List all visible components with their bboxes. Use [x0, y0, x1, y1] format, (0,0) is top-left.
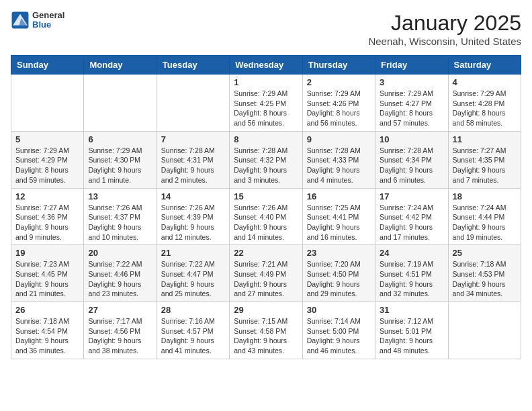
- day-number: 17: [380, 191, 443, 201]
- day-info: Sunrise: 7:22 AM Sunset: 4:47 PM Dayligh…: [161, 259, 225, 299]
- day-number: 12: [15, 191, 79, 201]
- calendar-cell: 31Sunrise: 7:12 AM Sunset: 5:01 PM Dayli…: [375, 302, 448, 359]
- location-text: Neenah, Wisconsin, United States: [368, 36, 521, 47]
- day-info: Sunrise: 7:20 AM Sunset: 4:50 PM Dayligh…: [307, 259, 371, 299]
- day-info: Sunrise: 7:18 AM Sunset: 4:53 PM Dayligh…: [453, 259, 517, 299]
- day-header-tuesday: Tuesday: [157, 56, 229, 75]
- calendar-cell: [84, 75, 157, 132]
- day-info: Sunrise: 7:26 AM Sunset: 4:37 PM Dayligh…: [88, 203, 152, 242]
- month-title: January 2025: [368, 11, 521, 36]
- day-header-friday: Friday: [375, 56, 448, 75]
- calendar-cell: [11, 75, 84, 132]
- calendar-cell: 19Sunrise: 7:23 AM Sunset: 4:45 PM Dayli…: [11, 245, 84, 302]
- calendar-cell: 13Sunrise: 7:26 AM Sunset: 4:37 PM Dayli…: [84, 188, 157, 245]
- day-info: Sunrise: 7:14 AM Sunset: 5:00 PM Dayligh…: [307, 316, 371, 356]
- day-info: Sunrise: 7:21 AM Sunset: 4:49 PM Dayligh…: [234, 259, 298, 299]
- calendar-cell: 17Sunrise: 7:24 AM Sunset: 4:42 PM Dayli…: [375, 188, 448, 245]
- day-info: Sunrise: 7:24 AM Sunset: 4:44 PM Dayligh…: [453, 203, 517, 242]
- calendar-week-row: 1Sunrise: 7:29 AM Sunset: 4:25 PM Daylig…: [11, 75, 521, 132]
- day-number: 27: [88, 305, 152, 315]
- day-number: 28: [161, 305, 225, 315]
- calendar-cell: 4Sunrise: 7:29 AM Sunset: 4:28 PM Daylig…: [448, 75, 521, 132]
- day-info: Sunrise: 7:26 AM Sunset: 4:39 PM Dayligh…: [161, 203, 225, 242]
- day-number: 6: [88, 134, 152, 144]
- calendar-cell: 10Sunrise: 7:28 AM Sunset: 4:34 PM Dayli…: [375, 131, 448, 188]
- day-header-saturday: Saturday: [448, 56, 521, 75]
- calendar-cell: 29Sunrise: 7:15 AM Sunset: 4:58 PM Dayli…: [230, 302, 302, 359]
- calendar-cell: [157, 75, 229, 132]
- logo-blue-text: Blue: [32, 20, 64, 30]
- day-header-monday: Monday: [84, 56, 157, 75]
- day-info: Sunrise: 7:23 AM Sunset: 4:45 PM Dayligh…: [15, 259, 79, 299]
- day-info: Sunrise: 7:15 AM Sunset: 4:58 PM Dayligh…: [234, 316, 298, 356]
- day-header-sunday: Sunday: [11, 56, 84, 75]
- day-number: 30: [307, 305, 371, 315]
- calendar-cell: 25Sunrise: 7:18 AM Sunset: 4:53 PM Dayli…: [448, 245, 521, 302]
- day-info: Sunrise: 7:24 AM Sunset: 4:42 PM Dayligh…: [380, 203, 443, 242]
- logo-text: General Blue: [32, 11, 64, 30]
- day-info: Sunrise: 7:29 AM Sunset: 4:30 PM Dayligh…: [88, 146, 152, 185]
- day-header-thursday: Thursday: [302, 56, 375, 75]
- day-info: Sunrise: 7:26 AM Sunset: 4:40 PM Dayligh…: [234, 203, 298, 242]
- calendar-cell: 7Sunrise: 7:28 AM Sunset: 4:31 PM Daylig…: [157, 131, 229, 188]
- calendar-cell: 15Sunrise: 7:26 AM Sunset: 4:40 PM Dayli…: [230, 188, 302, 245]
- day-info: Sunrise: 7:19 AM Sunset: 4:51 PM Dayligh…: [380, 259, 443, 299]
- day-number: 4: [453, 77, 517, 87]
- day-number: 10: [380, 134, 443, 144]
- calendar-cell: 11Sunrise: 7:27 AM Sunset: 4:35 PM Dayli…: [448, 131, 521, 188]
- day-info: Sunrise: 7:28 AM Sunset: 4:34 PM Dayligh…: [380, 146, 443, 185]
- calendar-week-row: 26Sunrise: 7:18 AM Sunset: 4:54 PM Dayli…: [11, 302, 521, 359]
- day-number: 13: [88, 191, 152, 201]
- day-info: Sunrise: 7:29 AM Sunset: 4:27 PM Dayligh…: [380, 89, 443, 128]
- day-info: Sunrise: 7:28 AM Sunset: 4:32 PM Dayligh…: [234, 146, 298, 185]
- day-number: 23: [307, 248, 371, 258]
- day-number: 1: [234, 77, 298, 87]
- day-info: Sunrise: 7:16 AM Sunset: 4:57 PM Dayligh…: [161, 316, 225, 356]
- day-number: 14: [161, 191, 225, 201]
- calendar-week-row: 5Sunrise: 7:29 AM Sunset: 4:29 PM Daylig…: [11, 131, 521, 188]
- calendar-cell: 14Sunrise: 7:26 AM Sunset: 4:39 PM Dayli…: [157, 188, 229, 245]
- day-info: Sunrise: 7:29 AM Sunset: 4:28 PM Dayligh…: [453, 89, 517, 128]
- day-info: Sunrise: 7:27 AM Sunset: 4:35 PM Dayligh…: [453, 146, 517, 185]
- day-info: Sunrise: 7:29 AM Sunset: 4:29 PM Dayligh…: [15, 146, 79, 185]
- day-number: 19: [15, 248, 79, 258]
- calendar-cell: [448, 302, 521, 359]
- day-number: 8: [234, 134, 298, 144]
- day-number: 22: [234, 248, 298, 258]
- calendar-cell: 2Sunrise: 7:29 AM Sunset: 4:26 PM Daylig…: [302, 75, 375, 132]
- day-info: Sunrise: 7:29 AM Sunset: 4:26 PM Dayligh…: [307, 89, 371, 128]
- day-number: 21: [161, 248, 225, 258]
- calendar-cell: 8Sunrise: 7:28 AM Sunset: 4:32 PM Daylig…: [230, 131, 302, 188]
- calendar-week-row: 19Sunrise: 7:23 AM Sunset: 4:45 PM Dayli…: [11, 245, 521, 302]
- day-number: 9: [307, 134, 371, 144]
- day-info: Sunrise: 7:29 AM Sunset: 4:25 PM Dayligh…: [234, 89, 298, 128]
- calendar-cell: 21Sunrise: 7:22 AM Sunset: 4:47 PM Dayli…: [157, 245, 229, 302]
- page-header: General Blue January 2025 Neenah, Wiscon…: [11, 11, 521, 47]
- logo-general-text: General: [32, 11, 64, 20]
- calendar-cell: 27Sunrise: 7:17 AM Sunset: 4:56 PM Dayli…: [84, 302, 157, 359]
- day-number: 5: [15, 134, 79, 144]
- day-info: Sunrise: 7:25 AM Sunset: 4:41 PM Dayligh…: [307, 203, 371, 242]
- calendar-cell: 23Sunrise: 7:20 AM Sunset: 4:50 PM Dayli…: [302, 245, 375, 302]
- calendar-cell: 1Sunrise: 7:29 AM Sunset: 4:25 PM Daylig…: [230, 75, 302, 132]
- logo: General Blue: [11, 11, 64, 30]
- day-number: 26: [15, 305, 79, 315]
- calendar-cell: 18Sunrise: 7:24 AM Sunset: 4:44 PM Dayli…: [448, 188, 521, 245]
- day-number: 3: [380, 77, 443, 87]
- day-number: 20: [88, 248, 152, 258]
- day-info: Sunrise: 7:18 AM Sunset: 4:54 PM Dayligh…: [15, 316, 79, 356]
- calendar-cell: 30Sunrise: 7:14 AM Sunset: 5:00 PM Dayli…: [302, 302, 375, 359]
- calendar-cell: 6Sunrise: 7:29 AM Sunset: 4:30 PM Daylig…: [84, 131, 157, 188]
- calendar-week-row: 12Sunrise: 7:27 AM Sunset: 4:36 PM Dayli…: [11, 188, 521, 245]
- calendar-cell: 22Sunrise: 7:21 AM Sunset: 4:49 PM Dayli…: [230, 245, 302, 302]
- calendar-cell: 9Sunrise: 7:28 AM Sunset: 4:33 PM Daylig…: [302, 131, 375, 188]
- day-info: Sunrise: 7:28 AM Sunset: 4:33 PM Dayligh…: [307, 146, 371, 185]
- day-number: 25: [453, 248, 517, 258]
- day-info: Sunrise: 7:27 AM Sunset: 4:36 PM Dayligh…: [15, 203, 79, 242]
- day-number: 24: [380, 248, 443, 258]
- day-info: Sunrise: 7:17 AM Sunset: 4:56 PM Dayligh…: [88, 316, 152, 356]
- calendar-cell: 24Sunrise: 7:19 AM Sunset: 4:51 PM Dayli…: [375, 245, 448, 302]
- calendar-cell: 26Sunrise: 7:18 AM Sunset: 4:54 PM Dayli…: [11, 302, 84, 359]
- day-header-wednesday: Wednesday: [230, 56, 302, 75]
- title-block: January 2025 Neenah, Wisconsin, United S…: [368, 11, 521, 47]
